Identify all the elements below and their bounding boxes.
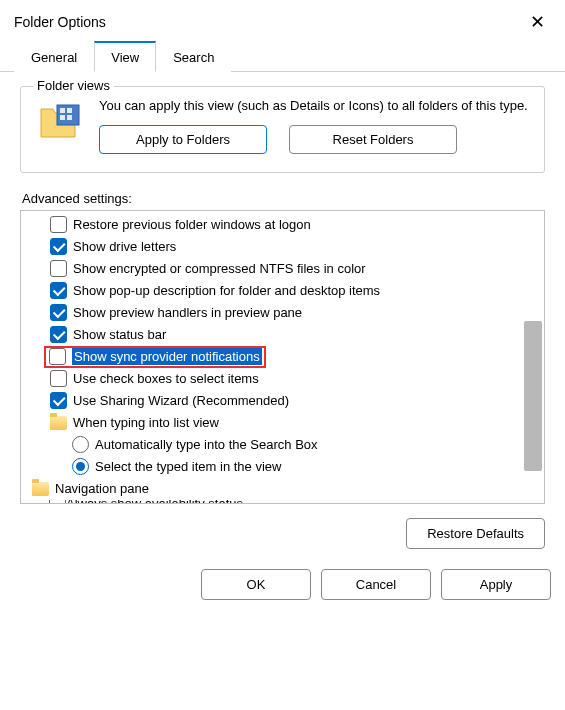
checkbox-icon[interactable]	[50, 326, 67, 343]
svg-rect-2	[67, 108, 72, 113]
restore-defaults-button[interactable]: Restore Defaults	[406, 518, 545, 549]
checkbox-icon[interactable]	[49, 500, 66, 504]
folder-icon	[50, 416, 67, 430]
reset-folders-button[interactable]: Reset Folders	[289, 125, 457, 154]
group-navigation-pane[interactable]: Navigation pane	[27, 478, 544, 500]
checkbox-icon[interactable]	[50, 304, 67, 321]
tabstrip: General View Search	[0, 40, 565, 72]
advanced-settings-label: Advanced settings:	[22, 191, 545, 206]
opt-show-status[interactable]: Show status bar	[27, 324, 544, 346]
close-icon[interactable]: ✕	[522, 11, 553, 33]
checkbox-icon[interactable]	[50, 370, 67, 387]
opt-auto-type-search[interactable]: Automatically type into the Search Box	[27, 434, 544, 456]
opt-use-sharing-wizard[interactable]: Use Sharing Wizard (Recommended)	[27, 390, 544, 412]
checkbox-icon[interactable]	[50, 282, 67, 299]
opt-show-encrypted[interactable]: Show encrypted or compressed NTFS files …	[27, 258, 544, 280]
titlebar: Folder Options ✕	[0, 0, 565, 40]
scrollbar-thumb[interactable]	[524, 321, 542, 471]
cancel-button[interactable]: Cancel	[321, 569, 431, 600]
folder-views-group: Folder views You can apply this view (su…	[20, 86, 545, 173]
checkbox-icon[interactable]	[50, 238, 67, 255]
checkbox-icon[interactable]	[50, 216, 67, 233]
tab-view[interactable]: View	[94, 41, 156, 72]
opt-restore-previous[interactable]: Restore previous folder windows at logon	[27, 214, 544, 236]
dialog-footer: OK Cancel Apply	[0, 559, 565, 614]
svg-rect-1	[60, 108, 65, 113]
radio-icon[interactable]	[72, 436, 89, 453]
opt-show-popup[interactable]: Show pop-up description for folder and d…	[27, 280, 544, 302]
folder-icon	[32, 482, 49, 496]
svg-rect-4	[67, 115, 72, 120]
opt-show-drive-letters[interactable]: Show drive letters	[27, 236, 544, 258]
opt-select-typed[interactable]: Select the typed item in the view	[27, 456, 544, 478]
checkbox-icon[interactable]	[50, 260, 67, 277]
window-title: Folder Options	[14, 14, 106, 30]
checkbox-icon[interactable]	[49, 348, 66, 365]
checkbox-icon[interactable]	[50, 392, 67, 409]
ok-button[interactable]: OK	[201, 569, 311, 600]
apply-button[interactable]: Apply	[441, 569, 551, 600]
opt-use-checkboxes[interactable]: Use check boxes to select items	[27, 368, 544, 390]
apply-to-folders-button[interactable]: Apply to Folders	[99, 125, 267, 154]
tab-content-view: Folder views You can apply this view (su…	[0, 72, 565, 559]
group-when-typing[interactable]: When typing into list view	[27, 412, 544, 434]
opt-always-show-availability[interactable]: Always show availability status	[27, 500, 544, 504]
opt-show-sync-highlighted[interactable]: Show sync provider notifications	[27, 346, 544, 368]
radio-icon[interactable]	[72, 458, 89, 475]
tab-search[interactable]: Search	[156, 41, 231, 72]
folder-views-icon	[37, 97, 85, 154]
folder-views-text: You can apply this view (such as Details…	[99, 97, 528, 115]
folder-views-legend: Folder views	[33, 78, 114, 93]
opt-show-preview[interactable]: Show preview handlers in preview pane	[27, 302, 544, 324]
svg-rect-3	[60, 115, 65, 120]
tab-general[interactable]: General	[14, 41, 94, 72]
advanced-settings-list[interactable]: Restore previous folder windows at logon…	[20, 210, 545, 504]
